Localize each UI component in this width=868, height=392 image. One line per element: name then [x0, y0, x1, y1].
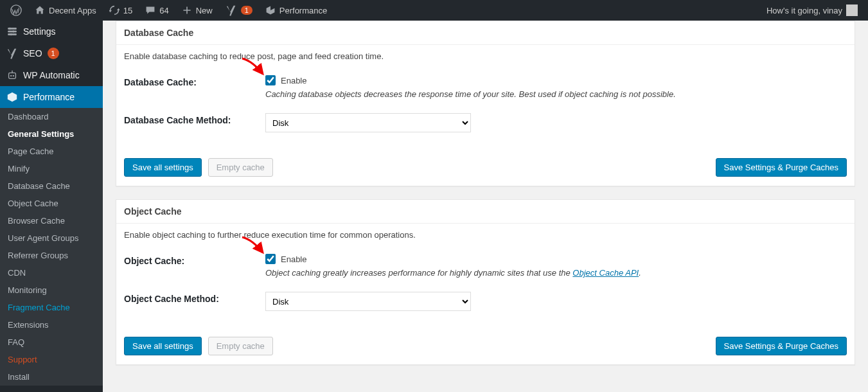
yoast-notif[interactable]: 1 — [220, 0, 258, 21]
svg-point-3 — [13, 75, 14, 76]
robot-icon — [6, 69, 18, 81]
object-cache-desc: Enable object caching to further reduce … — [124, 230, 847, 240]
submenu-faq[interactable]: FAQ — [0, 334, 103, 351]
submenu-support[interactable]: Support — [0, 351, 103, 368]
database-cache-method-select[interactable]: Disk — [265, 113, 471, 132]
submenu-page-cache[interactable]: Page Cache — [0, 143, 103, 160]
object-cache-enable-row[interactable]: Enable — [265, 254, 847, 264]
sidebar-item-label: WP Automatic — [23, 70, 80, 80]
new-content-link[interactable]: New — [177, 0, 218, 21]
hint-suffix: . — [639, 268, 641, 278]
submenu-database-cache[interactable]: Database Cache — [0, 177, 103, 195]
site-name-label: Decent Apps — [49, 6, 96, 15]
wp-logo[interactable] — [5, 0, 27, 21]
enable-label: Enable — [281, 76, 306, 85]
object-cache-api-link[interactable]: Object Cache API — [572, 268, 639, 278]
object-cache-method-select[interactable]: Disk — [265, 292, 471, 311]
cube-icon — [6, 91, 18, 103]
avatar-icon — [846, 4, 858, 16]
admin-sidebar: Settings SEO 1 WP Automatic Performance … — [0, 21, 103, 392]
object-cache-hint: Object caching greatly increases perform… — [265, 268, 847, 278]
plus-icon — [182, 5, 192, 15]
wordpress-icon — [10, 4, 22, 16]
submenu-extensions[interactable]: Extensions — [0, 316, 103, 334]
submenu-cdn[interactable]: CDN — [0, 264, 103, 281]
hint-prefix: Object caching greatly increases perform… — [265, 268, 572, 278]
submenu-install[interactable]: Install — [0, 368, 103, 386]
site-name-link[interactable]: Decent Apps — [30, 0, 102, 21]
sidebar-item-label: Performance — [23, 92, 75, 102]
submenu-object-cache[interactable]: Object Cache — [0, 195, 103, 212]
object-cache-box: Object Cache Enable object caching to fu… — [116, 199, 855, 365]
database-cache-method-label: Database Cache Method: — [124, 113, 265, 132]
submenu-user-agent-groups[interactable]: User Agent Groups — [0, 229, 103, 247]
sidebar-item-settings[interactable]: Settings — [0, 21, 103, 42]
submenu-minify[interactable]: Minify — [0, 160, 103, 177]
empty-cache-button[interactable]: Empty cache — [208, 337, 273, 355]
database-cache-label: Database Cache: — [124, 75, 265, 99]
submenu-browser-cache[interactable]: Browser Cache — [0, 212, 103, 229]
performance-quick-link[interactable]: Performance — [260, 0, 332, 21]
notif-badge: 1 — [241, 6, 252, 15]
performance-label: Performance — [279, 6, 327, 15]
submenu-referrer-groups[interactable]: Referrer Groups — [0, 247, 103, 264]
seo-badge: 1 — [48, 48, 59, 59]
new-label: New — [196, 6, 213, 15]
database-cache-checkbox[interactable] — [265, 75, 276, 85]
database-cache-enable-row[interactable]: Enable — [265, 75, 847, 85]
sidebar-item-seo[interactable]: SEO 1 — [0, 42, 103, 64]
home-icon — [35, 5, 45, 15]
submenu-monitoring[interactable]: Monitoring — [0, 281, 103, 299]
save-purge-button[interactable]: Save Settings & Purge Caches — [716, 158, 847, 177]
object-cache-checkbox[interactable] — [265, 254, 276, 264]
updates-icon — [109, 5, 120, 15]
object-cache-method-label: Object Cache Method: — [124, 292, 265, 311]
object-cache-label: Object Cache: — [124, 254, 265, 278]
admin-bar: Decent Apps 15 64 New 1 Performance How'… — [0, 0, 868, 21]
save-all-settings-button[interactable]: Save all settings — [124, 337, 202, 355]
database-cache-desc: Enable database caching to reduce post, … — [124, 51, 847, 61]
comments-link[interactable]: 64 — [140, 0, 173, 21]
sidebar-item-performance[interactable]: Performance — [0, 86, 103, 108]
sliders-icon — [6, 26, 18, 37]
comments-icon — [145, 5, 155, 15]
updates-link[interactable]: 15 — [104, 0, 137, 21]
greeting-text: How's it going, vinay — [766, 6, 842, 15]
database-cache-title: Database Cache — [116, 21, 855, 45]
database-cache-box: Database Cache Enable database caching t… — [116, 21, 855, 186]
empty-cache-button[interactable]: Empty cache — [208, 158, 273, 177]
sidebar-item-label: Settings — [23, 26, 56, 37]
svg-rect-1 — [9, 73, 16, 78]
updates-count: 15 — [123, 6, 132, 15]
yoast-icon — [6, 48, 18, 59]
save-purge-button[interactable]: Save Settings & Purge Caches — [716, 337, 847, 355]
comments-count: 64 — [159, 6, 168, 15]
submenu-dashboard[interactable]: Dashboard — [0, 108, 103, 125]
svg-point-2 — [10, 75, 12, 76]
submenu-fragment-cache[interactable]: Fragment Cache — [0, 299, 103, 316]
database-cache-hint: Caching database objects decreases the r… — [265, 89, 847, 99]
enable-label: Enable — [281, 254, 306, 264]
yoast-icon — [226, 4, 237, 16]
performance-submenu: Dashboard General Settings Page Cache Mi… — [0, 108, 103, 386]
content-area: Database Cache Enable database caching t… — [103, 21, 868, 392]
submenu-general-settings[interactable]: General Settings — [0, 125, 103, 143]
sidebar-item-label: SEO — [23, 48, 42, 58]
user-greeting[interactable]: How's it going, vinay — [761, 0, 863, 21]
object-cache-title: Object Cache — [116, 200, 855, 224]
save-all-settings-button[interactable]: Save all settings — [124, 158, 202, 177]
sidebar-item-wp-automatic[interactable]: WP Automatic — [0, 64, 103, 86]
cube-icon — [265, 5, 276, 15]
